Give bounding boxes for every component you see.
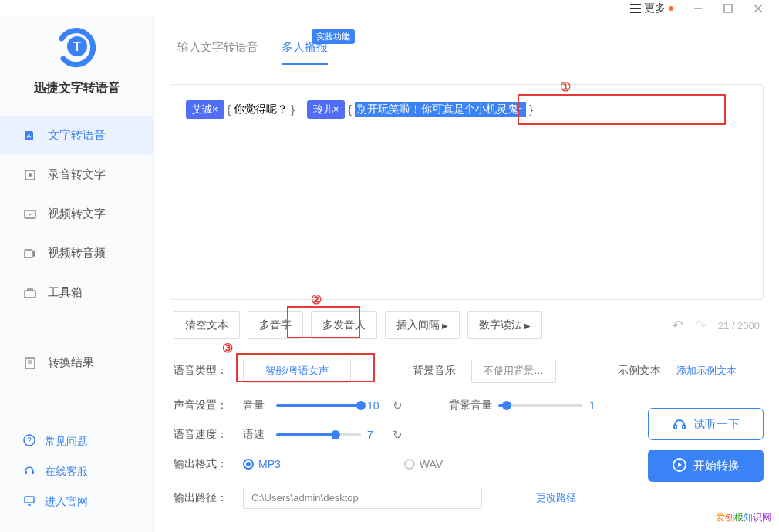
speed-value: 7 xyxy=(367,429,386,441)
reset-speed-icon[interactable]: ↻ xyxy=(393,428,403,442)
voice-type-label: 语音类型： xyxy=(174,364,228,378)
svg-text:?: ? xyxy=(27,436,32,445)
footer-label: 在线客服 xyxy=(45,465,88,479)
sidebar-item-label: 转换结果 xyxy=(48,355,94,370)
volume-slider[interactable] xyxy=(276,404,361,407)
faq-link[interactable]: ? 常见问题 xyxy=(23,426,130,456)
preview-button[interactable]: 试听一下 xyxy=(648,408,764,440)
sidebar-item-tts[interactable]: A 文字转语音 xyxy=(0,116,153,155)
bgm-volume-value: 1 xyxy=(589,399,609,412)
text-editor[interactable]: 艾诚× { 你觉得呢？ } 玲儿× { 别开玩笑啦！你可真是个小机灵鬼~ } ① xyxy=(170,84,764,300)
voice-type-select[interactable]: 智彤/粤语女声 xyxy=(243,359,351,383)
radio-checked-icon xyxy=(243,459,254,470)
sidebar-item-video-text[interactable]: 视频转文字 xyxy=(0,194,153,234)
app-logo-icon: T xyxy=(54,25,100,71)
sidebar-item-label: 录音转文字 xyxy=(48,167,106,182)
speaker-tag-2[interactable]: 玲儿× xyxy=(307,100,346,119)
reset-volume-icon[interactable]: ↻ xyxy=(393,399,403,412)
brace-close: } xyxy=(291,103,295,116)
watermark: 爱刨根知识网 xyxy=(716,511,771,524)
maximize-button[interactable] xyxy=(723,3,733,14)
convert-button[interactable]: 开始转换 xyxy=(648,450,764,482)
recording-icon xyxy=(23,168,37,182)
output-path-label: 输出路径： xyxy=(174,491,228,505)
dropdown-arrow-icon: ▶ xyxy=(442,322,448,330)
text-segment-1: 你觉得呢？ xyxy=(234,103,288,116)
brace-open: { xyxy=(228,103,231,116)
sidebar-item-video-audio[interactable]: 视频转音频 xyxy=(0,234,153,273)
undo-button[interactable]: ↶ xyxy=(672,317,683,334)
sidebar-item-stt[interactable]: 录音转文字 xyxy=(0,155,153,194)
sidebar-item-label: 文字转语音 xyxy=(48,128,106,143)
question-icon: ? xyxy=(23,434,35,449)
svg-rect-23 xyxy=(683,425,685,429)
toolbox-icon xyxy=(23,286,37,300)
sidebar-item-toolbox[interactable]: 工具箱 xyxy=(0,273,153,312)
output-path-input[interactable]: C:\Users\admin\desktop xyxy=(243,487,482,509)
app-name: 迅捷文字转语音 xyxy=(34,80,120,96)
dropdown-arrow-icon: ▶ xyxy=(524,322,531,330)
svg-rect-20 xyxy=(25,497,34,503)
redo-button[interactable]: ↷ xyxy=(695,317,706,334)
results-icon xyxy=(23,356,37,370)
brace-open: { xyxy=(348,103,352,116)
experimental-badge: 实验功能 xyxy=(312,29,355,44)
footer-label: 进入官网 xyxy=(45,495,88,509)
svg-point-9 xyxy=(29,173,32,177)
speed-label: 语音速度： xyxy=(174,428,228,442)
close-button[interactable] xyxy=(753,3,764,14)
bgm-select[interactable]: 不使用背景… xyxy=(471,359,556,383)
monitor-icon xyxy=(23,494,35,509)
radio-unchecked-icon xyxy=(404,459,415,470)
annotation-1: ① xyxy=(560,79,571,94)
bgm-volume-slider[interactable] xyxy=(498,404,583,407)
format-mp3-radio[interactable]: MP3 xyxy=(243,458,281,470)
sidebar-item-results[interactable]: 转换结果 xyxy=(0,343,153,382)
format-label: 输出格式： xyxy=(174,457,228,471)
speed-slider[interactable] xyxy=(276,433,361,436)
annotation-2: ② xyxy=(311,292,322,307)
speaker-tag-1[interactable]: 艾诚× xyxy=(186,100,224,119)
svg-rect-22 xyxy=(674,425,676,429)
sound-settings-label: 声音设置： xyxy=(174,399,228,412)
tab-single-tts[interactable]: 输入文字转语音 xyxy=(177,40,258,64)
change-path-link[interactable]: 更改路径 xyxy=(536,491,576,505)
number-reading-button[interactable]: 数字读法▶ xyxy=(467,311,542,339)
annotation-3: ③ xyxy=(222,341,233,355)
svg-text:T: T xyxy=(73,40,81,53)
insert-pause-button[interactable]: 插入间隔▶ xyxy=(385,311,460,339)
tts-icon: A xyxy=(23,129,37,143)
polyphone-button[interactable]: 多音字 xyxy=(248,311,303,339)
more-label: 更多 xyxy=(644,2,666,15)
notification-dot xyxy=(669,6,673,11)
headset-icon xyxy=(23,464,35,479)
bgm-label: 背景音乐 xyxy=(413,364,456,378)
svg-rect-11 xyxy=(25,250,32,258)
play-circle-icon xyxy=(672,457,687,475)
headphones-icon xyxy=(672,416,687,433)
minimize-button[interactable] xyxy=(693,3,703,14)
volume-value: 10 xyxy=(367,399,386,412)
more-button[interactable]: 更多 xyxy=(630,2,673,15)
tab-multi-speaker[interactable]: 多人播报 实验功能 xyxy=(282,40,328,64)
svg-rect-12 xyxy=(25,291,35,298)
support-link[interactable]: 在线客服 xyxy=(23,456,130,487)
bgm-volume-label: 背景音量 xyxy=(449,399,492,412)
format-wav-radio[interactable]: WAV xyxy=(404,458,443,470)
clear-text-button[interactable]: 清空文本 xyxy=(174,311,240,339)
svg-rect-1 xyxy=(724,5,732,12)
footer-label: 常见问题 xyxy=(45,435,88,449)
brace-close: } xyxy=(529,103,533,116)
sidebar-item-label: 工具箱 xyxy=(48,285,83,300)
video-audio-icon xyxy=(23,247,37,261)
website-link[interactable]: 进入官网 xyxy=(23,487,130,517)
add-sample-link[interactable]: 添加示例文本 xyxy=(676,364,737,378)
speed-sub-label: 语速 xyxy=(243,428,270,442)
svg-text:A: A xyxy=(27,133,32,140)
sample-label: 示例文本 xyxy=(618,364,661,378)
svg-rect-18 xyxy=(25,471,27,474)
sidebar-item-label: 视频转文字 xyxy=(48,207,106,221)
sidebar-item-label: 视频转音频 xyxy=(48,246,106,261)
multi-speaker-button[interactable]: 多发音人 xyxy=(311,311,377,339)
sidebar: T 迅捷文字转语音 A 文字转语音 录音转文字 视频转文字 视频转音频 工具箱 … xyxy=(0,17,154,532)
